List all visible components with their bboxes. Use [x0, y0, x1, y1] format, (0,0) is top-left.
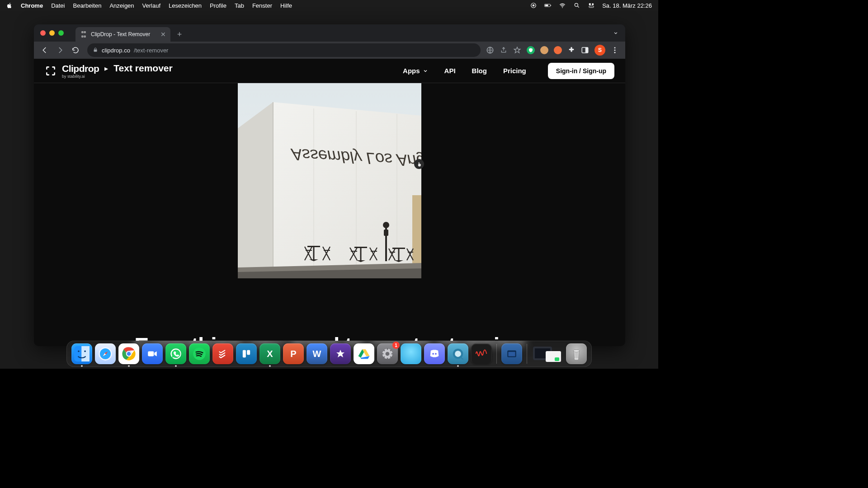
- menu-verlauf[interactable]: Verlauf: [142, 2, 160, 9]
- extensions-puzzle-icon[interactable]: [567, 46, 576, 54]
- dock-app-whatsapp[interactable]: [165, 343, 186, 364]
- svg-rect-67: [508, 352, 515, 357]
- tool-name: Text remover: [113, 63, 172, 74]
- menu-app-name[interactable]: Chrome: [21, 2, 43, 9]
- chevron-down-icon: [423, 68, 428, 74]
- nav-apps[interactable]: Apps: [403, 67, 428, 75]
- nav-api[interactable]: API: [444, 67, 456, 75]
- svg-rect-30: [354, 247, 367, 248]
- menu-bearbeiten[interactable]: Bearbeiten: [73, 2, 101, 9]
- svg-point-41: [84, 350, 86, 352]
- close-window-button[interactable]: [40, 30, 46, 36]
- brand-subtitle: by stability.ai: [62, 74, 173, 79]
- dock-app-word[interactable]: W: [307, 343, 327, 364]
- battery-icon[interactable]: [544, 2, 552, 9]
- maximize-window-button[interactable]: [58, 30, 64, 36]
- menu-lesezeichen[interactable]: Lesezeichen: [169, 2, 202, 9]
- svg-marker-58: [361, 356, 369, 359]
- dock-app-trello[interactable]: [236, 343, 257, 364]
- clipdrop-nav: Apps API Blog Pricing Sign-in / Sign-up: [403, 63, 614, 79]
- dock-app-todoist[interactable]: [212, 343, 233, 364]
- bookmark-star-icon[interactable]: [513, 46, 521, 54]
- translate-icon[interactable]: [486, 46, 494, 54]
- menu-anzeigen[interactable]: Anzeigen: [109, 2, 134, 9]
- dock-app-imovie[interactable]: [330, 343, 351, 364]
- svg-rect-3: [551, 5, 551, 6]
- dock-separator: [496, 344, 497, 364]
- share-icon[interactable]: [500, 46, 508, 54]
- svg-point-40: [78, 350, 80, 352]
- menu-fenster[interactable]: Fenster: [252, 2, 272, 9]
- cursor-hand-icon: [414, 159, 424, 169]
- wifi-icon[interactable]: [559, 2, 566, 9]
- svg-rect-71: [555, 357, 559, 361]
- tabs-overflow-icon[interactable]: [613, 30, 619, 38]
- dock-trash[interactable]: [566, 343, 587, 364]
- svg-rect-24: [412, 195, 421, 267]
- svg-rect-27: [307, 246, 320, 247]
- window-controls: [40, 30, 64, 36]
- new-tab-button[interactable]: +: [173, 28, 186, 41]
- dock-app-discord[interactable]: [424, 343, 445, 364]
- tabstrip: ClipDrop - Text Remover ✕ +: [34, 24, 625, 42]
- svg-rect-4: [545, 5, 548, 6]
- dock-app-excel[interactable]: X: [259, 343, 280, 364]
- minimize-window-button[interactable]: [49, 30, 55, 36]
- svg-point-15: [614, 50, 616, 51]
- chrome-window: ClipDrop - Text Remover ✕ + clipdrop.co/…: [34, 24, 625, 346]
- dock-app-google-drive[interactable]: [354, 343, 374, 364]
- signin-button[interactable]: Sign-in / Sign-up: [548, 63, 614, 79]
- svg-point-37: [383, 222, 389, 228]
- apple-icon[interactable]: [6, 2, 13, 9]
- dock-app-powerpoint[interactable]: P: [283, 343, 304, 364]
- menu-profile[interactable]: Profile: [210, 2, 226, 9]
- dock-app-voice-memos[interactable]: [471, 343, 492, 364]
- browser-tab[interactable]: ClipDrop - Text Remover ✕: [75, 27, 170, 42]
- svg-rect-13: [585, 47, 588, 53]
- toolbar-extensions: S: [486, 45, 621, 56]
- nav-pricing[interactable]: Pricing: [503, 67, 526, 75]
- control-center-icon[interactable]: [588, 2, 595, 9]
- dock-app-zoom[interactable]: [142, 343, 163, 364]
- dock-app-safari[interactable]: [95, 343, 116, 364]
- reload-button[interactable]: [69, 44, 82, 56]
- profile-avatar[interactable]: S: [594, 45, 605, 56]
- menu-tab[interactable]: Tab: [235, 2, 244, 9]
- dock-app-chrome[interactable]: [118, 343, 139, 364]
- dock-downloads[interactable]: [501, 343, 522, 364]
- tab-favicon-icon: [80, 31, 87, 38]
- forward-button[interactable]: [54, 44, 66, 56]
- clipdrop-brand[interactable]: Clipdrop ▸ Text remover by stability.ai: [45, 63, 173, 79]
- url-domain: clipdrop.co: [102, 47, 130, 54]
- dock-app-sky[interactable]: [401, 343, 421, 364]
- clipdrop-header: Clipdrop ▸ Text remover by stability.ai …: [34, 59, 625, 83]
- menubar-datetime[interactable]: Sa. 18. März 22:26: [602, 2, 652, 9]
- dock-app-quicktime[interactable]: [448, 343, 468, 364]
- svg-rect-54: [247, 350, 250, 355]
- dock-stack[interactable]: [532, 343, 563, 364]
- screen-record-icon[interactable]: [530, 2, 537, 9]
- extension-3-icon[interactable]: [554, 46, 562, 54]
- adguard-extension-icon[interactable]: [527, 46, 535, 54]
- tab-close-icon[interactable]: ✕: [160, 31, 166, 38]
- extension-2-icon[interactable]: [540, 46, 548, 54]
- dock-app-spotify[interactable]: [189, 343, 210, 364]
- browser-toolbar: clipdrop.co/text-remover S: [34, 42, 625, 59]
- sidepanel-icon[interactable]: [581, 46, 589, 54]
- search-icon[interactable]: [573, 2, 580, 9]
- macos-menubar: Chrome Datei Bearbeiten Anzeigen Verlauf…: [0, 0, 658, 11]
- dock-app-settings[interactable]: 1: [377, 343, 398, 364]
- dock-app-finder[interactable]: [71, 343, 92, 364]
- menu-datei[interactable]: Datei: [51, 2, 65, 9]
- nav-apps-label: Apps: [403, 67, 420, 75]
- demo-image[interactable]: Assembly Los Angeles: [238, 83, 421, 278]
- desktop: ClipDrop - Text Remover ✕ + clipdrop.co/…: [0, 11, 658, 369]
- menu-hilfe[interactable]: Hilfe: [280, 2, 292, 9]
- back-button[interactable]: [38, 44, 51, 56]
- svg-point-61: [432, 353, 434, 355]
- svg-rect-49: [148, 352, 154, 357]
- address-bar[interactable]: clipdrop.co/text-remover: [87, 43, 481, 57]
- chrome-menu-icon[interactable]: [611, 46, 619, 54]
- macos-dock: XPW1: [66, 341, 592, 367]
- nav-blog[interactable]: Blog: [472, 67, 487, 75]
